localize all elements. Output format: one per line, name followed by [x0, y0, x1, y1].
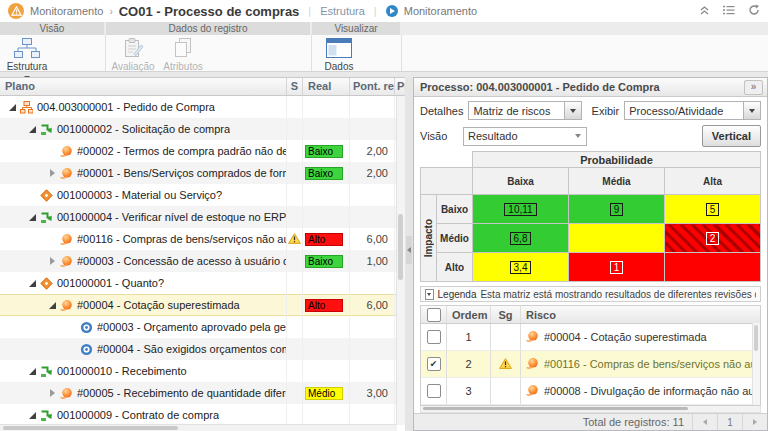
- collapse-ribbon-icon[interactable]: [699, 5, 710, 18]
- visao-select[interactable]: Resultado: [463, 127, 587, 146]
- column-header-plano[interactable]: Plano: [0, 78, 287, 95]
- tree-row-status-cell: [287, 272, 303, 294]
- matrix-cell[interactable]: 10,11: [473, 195, 569, 224]
- tree-row[interactable]: 001000004 - Verificar nível de estoque n…: [0, 206, 405, 228]
- column-header-pont-real[interactable]: Pont. real...: [350, 78, 395, 95]
- tree-row-status-cell: [287, 338, 303, 360]
- matrix-cell[interactable]: 1: [569, 253, 665, 282]
- current-page-number[interactable]: 1: [717, 414, 742, 430]
- chevron-down-icon[interactable]: [564, 102, 581, 119]
- matrix-cell[interactable]: 3,4: [473, 253, 569, 282]
- matrix-cell[interactable]: 5: [665, 195, 761, 224]
- scrollbar-thumb[interactable]: [754, 325, 758, 351]
- matrix-cell-risk-badge[interactable]: 3,4: [510, 261, 532, 274]
- tree-row[interactable]: #00004 - Cotação superestimadaAlto6,00: [0, 294, 405, 316]
- column-header-real[interactable]: Real: [303, 78, 350, 95]
- tree-row[interactable]: #00116 - Compras de bens/serviços não au…: [0, 228, 405, 250]
- estrutura-link[interactable]: Estrutura: [320, 5, 365, 17]
- tree-row[interactable]: #00003 - Orçamento aprovado pela gerênci…: [0, 316, 405, 338]
- collapse-node-toggle[interactable]: [26, 280, 39, 287]
- matrix-cell-risk-badge[interactable]: 9: [610, 203, 624, 216]
- tree-row[interactable]: 001000009 - Contrato de compra: [0, 404, 405, 426]
- matrix-cell[interactable]: 2: [665, 224, 761, 253]
- tree-row[interactable]: 001000003 - Material ou Serviço?: [0, 184, 405, 206]
- risk-matrix: ProbabilidadeBaixaMédiaAltaImpactoBaixo1…: [420, 151, 761, 282]
- expand-node-toggle[interactable]: [46, 169, 59, 177]
- collapse-node-toggle[interactable]: [26, 214, 39, 221]
- row-checkbox[interactable]: [427, 384, 441, 398]
- dados-button[interactable]: Dados: [314, 37, 364, 72]
- risk-table-vertical-scrollbar[interactable]: [752, 323, 760, 405]
- tree-horizontal-scrollbar[interactable]: [0, 424, 397, 431]
- collapse-node-toggle[interactable]: [46, 302, 59, 309]
- tree-row[interactable]: 001000001 - Quanto?: [0, 272, 405, 294]
- breadcrumb-section[interactable]: Monitoramento: [30, 5, 103, 17]
- column-header-pr[interactable]: Pr: [395, 78, 405, 95]
- risk-table-row[interactable]: 3#00008 - Divulgação de informação não a…: [421, 378, 760, 405]
- matrix-cell[interactable]: [665, 253, 761, 282]
- column-header-s[interactable]: S: [287, 78, 303, 95]
- tree-row-score-cell: [350, 360, 395, 382]
- row-checkbox[interactable]: [427, 330, 441, 344]
- tree-row-plan-cell: 001000004 - Verificar nível de estoque n…: [0, 206, 287, 228]
- exibir-select[interactable]: Processo/Atividade: [624, 101, 761, 120]
- monitoramento-link[interactable]: Monitoramento: [404, 5, 477, 17]
- matrix-cell-risk-badge[interactable]: 5: [706, 203, 720, 216]
- panel-splitter[interactable]: [405, 77, 413, 431]
- expand-node-toggle[interactable]: [46, 257, 59, 265]
- detalhes-select[interactable]: Matriz de riscos: [468, 101, 581, 120]
- tree-row[interactable]: 001000002 - Solicitação de compra: [0, 118, 405, 140]
- tree-vertical-scrollbar[interactable]: [396, 96, 405, 425]
- row-flag-cell: [491, 351, 521, 377]
- matrix-cell[interactable]: 9: [569, 195, 665, 224]
- collapse-node-toggle[interactable]: [26, 368, 39, 375]
- matrix-cell-risk-badge[interactable]: 2: [706, 232, 720, 245]
- panel-collapse-button[interactable]: »: [744, 80, 763, 95]
- matrix-cell-risk-badge[interactable]: 6,8: [510, 232, 532, 245]
- chevron-down-icon[interactable]: [743, 102, 760, 119]
- matrix-cell-risk-badge[interactable]: 1: [610, 261, 624, 274]
- tree-row[interactable]: #00003 - Concessão de acesso à usuário q…: [0, 250, 405, 272]
- legend-toggle-icon[interactable]: [425, 289, 434, 300]
- scrollbar-thumb[interactable]: [423, 407, 688, 410]
- refresh-icon[interactable]: [748, 4, 760, 18]
- chevron-down-icon[interactable]: [570, 128, 586, 145]
- list-menu-icon[interactable]: [723, 5, 735, 17]
- matrix-row-label: Baixo: [437, 195, 473, 224]
- risk-table-row[interactable]: 1#00004 - Cotação superestimada: [421, 324, 760, 351]
- next-page-button[interactable]: [742, 414, 767, 430]
- collapse-node-toggle[interactable]: [6, 104, 19, 111]
- expand-node-toggle[interactable]: [46, 389, 59, 397]
- matrix-cell[interactable]: 6,8: [473, 224, 569, 253]
- tree-row[interactable]: #00002 - Termos de compra padrão não def…: [0, 140, 405, 162]
- tree-row[interactable]: #00004 - São exigidos orçamentos com trê…: [0, 338, 405, 360]
- tree-row-real-cell: Baixo: [303, 140, 350, 162]
- previous-page-button[interactable]: [692, 414, 717, 430]
- column-header-ordem[interactable]: Ordem: [447, 306, 491, 323]
- matrix-corner-cell: [421, 168, 473, 195]
- tree-row[interactable]: #00001 - Bens/Serviços comprados de forn…: [0, 162, 405, 184]
- row-order-cell: 2: [447, 351, 491, 377]
- tree-row[interactable]: 001000010 - Recebimento: [0, 360, 405, 382]
- select-all-checkbox[interactable]: [427, 308, 441, 322]
- matrix-cell-risk-badge[interactable]: 10,11: [504, 203, 536, 216]
- estrutura-button[interactable]: Estrutura: [2, 37, 52, 79]
- scrollbar-thumb[interactable]: [3, 426, 178, 430]
- matrix-cell[interactable]: [569, 224, 665, 253]
- row-checkbox[interactable]: ✔: [427, 357, 441, 371]
- scrollbar-thumb[interactable]: [398, 214, 403, 280]
- ribbon-toolbar: Estrutura Avaliação Atributos Dados: [0, 35, 768, 72]
- vertical-button[interactable]: Vertical: [702, 125, 761, 147]
- tree-row[interactable]: #00005 - Recebimento de quantidade difer…: [0, 382, 405, 404]
- column-header-risco[interactable]: Risco: [521, 306, 760, 323]
- splitter-collapse-handle[interactable]: [406, 236, 412, 264]
- dados-button-label: Dados: [325, 61, 354, 72]
- tree-row[interactable]: 004.003000001 - Pedido de Compra: [0, 96, 405, 118]
- breadcrumb-separator: ›: [109, 6, 112, 17]
- risk-icon: [526, 330, 539, 345]
- risk-table-horizontal-scrollbar[interactable]: [420, 406, 761, 413]
- risk-table-row[interactable]: ✔2#00116 - Compras de bens/serviços não …: [421, 351, 760, 378]
- collapse-node-toggle[interactable]: [26, 412, 39, 419]
- collapse-node-toggle[interactable]: [26, 126, 39, 133]
- column-header-sg[interactable]: Sg: [491, 306, 521, 323]
